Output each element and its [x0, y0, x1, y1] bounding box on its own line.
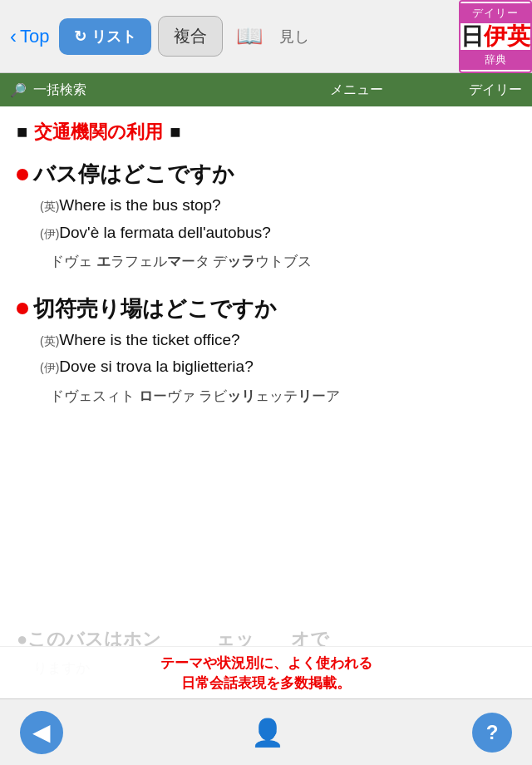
entry-1-ita: (伊)Dov'è la fermata dell'autobus? [40, 221, 515, 245]
daily-main-black: 日 [461, 23, 484, 49]
search-icon: 🔎 [10, 82, 27, 98]
search-bar: 🔎 一括検索 メニュー デイリー [0, 73, 532, 106]
phonetic-bold-ra: ラ [241, 254, 255, 269]
entry-2-ita-label: (伊) [40, 361, 59, 374]
person-icon: 👤 [251, 717, 284, 748]
daily-main-red: 伊英 [484, 23, 530, 49]
phonetic2-bold-ro: ロ [139, 388, 153, 404]
red-dot-2 [17, 303, 28, 314]
entry-2-phonetic: ドヴェスィト ローヴァ ラビッリェッテリーア [50, 386, 515, 407]
entry-2-eng: (英)Where is the ticket office? [40, 328, 515, 353]
square-bullet-left: ■ [17, 121, 27, 143]
daily-main-label: 日伊英 [461, 23, 530, 50]
entry-1-phonetic: ドヴェ エラフェルマータ デッラウトブス [50, 251, 515, 273]
entry-1-japanese: バス停はどこですか [33, 161, 234, 187]
phonetic2-bold-ri2: リ [298, 388, 312, 404]
phonetic-bold-q: ッ [227, 254, 241, 269]
entry-2-main: 切符売り場はどこですか [17, 296, 515, 322]
help-button[interactable]: ? [472, 713, 512, 753]
entry-1: バス停はどこですか (英)Where is the bus stop? (伊)D… [17, 161, 515, 273]
entry-1-eng-label: (英) [40, 200, 59, 213]
entry-1-eng: (英)Where is the bus stop? [40, 194, 515, 218]
main-content: ■ 交通機関の利用 ■ バス停はどこですか (英)Where is the bu… [0, 106, 532, 443]
mimi-label: 見し [279, 28, 309, 45]
list-label: リスト [91, 27, 136, 47]
square-bullet-right: ■ [170, 121, 180, 143]
entry-1-main: バス停はどこですか [17, 161, 515, 187]
entry-2-japanese: 切符売り場はどこですか [33, 296, 277, 322]
tooltip-banner: テーマや状況別に、よく使われる 日常会話表現を多数掲載。 [0, 646, 532, 698]
entry-1-ita-text: Dov'è la fermata dell'autobus? [59, 224, 270, 241]
list-icon: ↻ [74, 27, 86, 46]
list-button[interactable]: ↻ リスト [59, 18, 151, 55]
book-icon: 📖 [236, 23, 263, 48]
back-button[interactable]: ‹ Top [7, 25, 52, 48]
tooltip-line2: 日常会話表現を多数掲載。 [13, 674, 519, 693]
mimi-button[interactable]: 見し [276, 22, 313, 52]
entry-2-ita-text: Dove si trova la biglietteria? [59, 358, 253, 375]
red-dot-1 [17, 169, 28, 180]
fukugo-label: 複合 [174, 27, 207, 45]
phonetic2-bold-q: ッ [227, 388, 241, 404]
entry-2-eng-label: (英) [40, 334, 59, 348]
daily-badge[interactable]: デイリー 日伊英 辞典 [459, 0, 532, 73]
book-button[interactable]: 📖 [229, 18, 269, 54]
daily-sub-label: 辞典 [461, 50, 530, 70]
section-title-text: 交通機関の利用 [34, 120, 163, 145]
section-title: ■ 交通機関の利用 ■ [17, 120, 515, 145]
menu-label: メニュー [251, 81, 462, 99]
arrow-left-icon: ◀ [32, 718, 51, 746]
entry-2: 切符売り場はどこですか (英)Where is the ticket offic… [17, 296, 515, 407]
bottom-nav: ◀ 👤 ? [0, 698, 532, 765]
entry-2-ita: (伊)Dove si trova la biglietteria? [40, 355, 515, 379]
back-label: Top [20, 26, 49, 47]
search-label: 一括検索 [33, 81, 244, 99]
nav-bar: ‹ Top ↻ リスト 複合 📖 見し デイリー 日伊英 辞典 [0, 0, 532, 73]
fukugo-button[interactable]: 複合 [158, 16, 223, 57]
nav-arrow-left-button[interactable]: ◀ [20, 711, 63, 754]
chevron-left-icon: ‹ [10, 25, 17, 48]
phonetic-bold-e: エ [96, 254, 111, 269]
phonetic-bold-ma: マ [167, 254, 181, 269]
entry-1-eng-text: Where is the bus stop? [59, 196, 220, 214]
phonetic2-bold-ri: リ [241, 388, 255, 404]
daily-top-label: デイリー [461, 3, 530, 23]
entry-1-ita-label: (伊) [40, 227, 59, 240]
daily-bar-label: デイリー [469, 81, 522, 99]
entry-2-eng-text: Where is the ticket office? [59, 331, 239, 348]
tooltip-line1: テーマや状況別に、よく使われる [13, 654, 519, 674]
help-label: ? [486, 721, 499, 744]
